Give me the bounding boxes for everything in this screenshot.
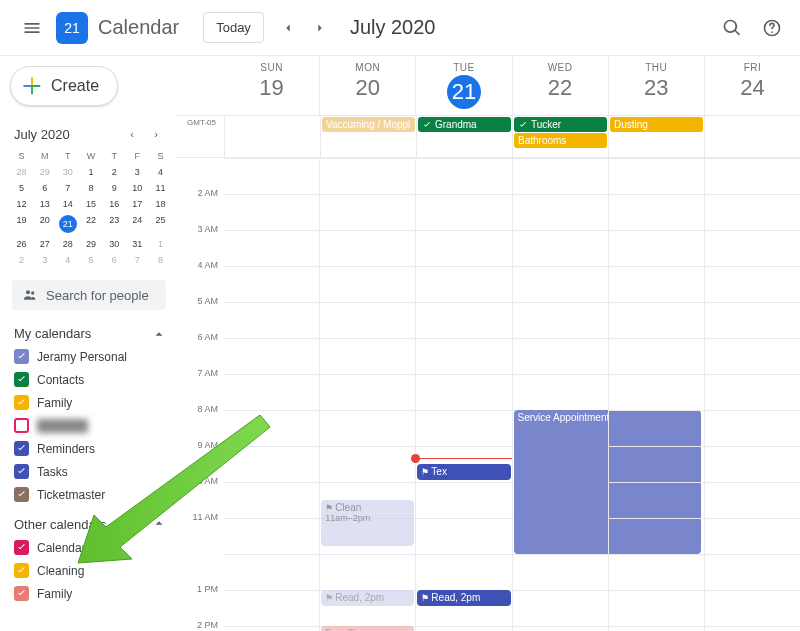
- allday-cell[interactable]: Grandma: [416, 116, 512, 157]
- calendar-toggle[interactable]: Family: [12, 391, 172, 414]
- calendar-toggle[interactable]: xxxx xxxx: [12, 414, 172, 437]
- calendar-toggle[interactable]: Jeramy Personal: [12, 345, 172, 368]
- calendar-event[interactable]: ⚑Read, 2pm: [417, 590, 510, 606]
- hamburger-menu-button[interactable]: [12, 8, 52, 48]
- mini-day[interactable]: 4: [56, 252, 79, 268]
- mini-day[interactable]: 6: [103, 252, 126, 268]
- create-button[interactable]: Create: [10, 66, 118, 106]
- allday-cell[interactable]: Vaccuming / Moppi: [320, 116, 416, 157]
- mini-day[interactable]: 10: [126, 180, 149, 196]
- mini-day[interactable]: 14: [56, 196, 79, 212]
- day-header[interactable]: WED22: [512, 56, 608, 115]
- mini-day[interactable]: 15: [79, 196, 102, 212]
- mini-day[interactable]: 6: [33, 180, 56, 196]
- other-calendars-header[interactable]: Other calendars: [12, 512, 172, 536]
- allday-cell[interactable]: TuckerBathrooms: [512, 116, 608, 157]
- mini-day[interactable]: 8: [79, 180, 102, 196]
- search-button[interactable]: [712, 8, 752, 48]
- mini-day[interactable]: 17: [126, 196, 149, 212]
- mini-day[interactable]: 5: [10, 180, 33, 196]
- mini-day[interactable]: 9: [103, 180, 126, 196]
- mini-day[interactable]: 2: [103, 164, 126, 180]
- checkbox-icon: [14, 540, 29, 555]
- mini-day[interactable]: 24: [126, 212, 149, 236]
- mini-day[interactable]: 29: [33, 164, 56, 180]
- mini-day[interactable]: 19: [10, 212, 33, 236]
- mini-cal-prev-button[interactable]: ‹: [122, 124, 142, 144]
- allday-event[interactable]: Bathrooms: [514, 133, 607, 148]
- calendar-event[interactable]: ⚑Tex: [417, 464, 510, 480]
- calendar-toggle[interactable]: Tasks: [12, 460, 172, 483]
- calendar-event[interactable]: FaceTime: [321, 626, 414, 631]
- calendar-event[interactable]: ⚑Read, 2pm: [321, 590, 414, 606]
- mini-day[interactable]: 22: [79, 212, 102, 236]
- day-header[interactable]: TUE21: [415, 56, 511, 115]
- day-header[interactable]: THU23: [608, 56, 704, 115]
- today-button[interactable]: Today: [203, 12, 264, 43]
- mini-day[interactable]: 31: [126, 236, 149, 252]
- mini-day[interactable]: 8: [149, 252, 172, 268]
- mini-day[interactable]: 26: [10, 236, 33, 252]
- mini-day[interactable]: 28: [56, 236, 79, 252]
- day-column[interactable]: ⚑Clean11am–2pm⚑Read, 2pmFaceTime: [319, 158, 415, 631]
- mini-day[interactable]: 30: [103, 236, 126, 252]
- mini-day[interactable]: 23: [103, 212, 126, 236]
- mini-day[interactable]: 7: [126, 252, 149, 268]
- current-month-label: July 2020: [350, 16, 436, 39]
- mini-day[interactable]: 21: [56, 212, 79, 236]
- mini-day[interactable]: 12: [10, 196, 33, 212]
- day-column[interactable]: [224, 158, 319, 631]
- mini-day[interactable]: 18: [149, 196, 172, 212]
- mini-day[interactable]: 2: [10, 252, 33, 268]
- mini-day[interactable]: 29: [79, 236, 102, 252]
- mini-day[interactable]: 13: [33, 196, 56, 212]
- day-column[interactable]: [704, 158, 800, 631]
- my-calendars-header[interactable]: My calendars: [12, 322, 172, 345]
- calendar-event[interactable]: ⚑Clean11am–2pm: [321, 500, 414, 546]
- allday-cell[interactable]: [224, 116, 320, 157]
- mini-day[interactable]: 3: [126, 164, 149, 180]
- mini-cal-next-button[interactable]: ›: [146, 124, 166, 144]
- allday-event[interactable]: Dusting: [610, 117, 703, 132]
- add-calendar-icon[interactable]: [132, 516, 148, 532]
- day-header[interactable]: SUN19: [224, 56, 319, 115]
- mini-day[interactable]: 25: [149, 212, 172, 236]
- search-icon: [722, 18, 742, 38]
- day-column[interactable]: [608, 158, 704, 631]
- allday-event[interactable]: Tucker: [514, 117, 607, 132]
- mini-day[interactable]: 1: [149, 236, 172, 252]
- mini-day[interactable]: 16: [103, 196, 126, 212]
- day-header[interactable]: MON20: [319, 56, 415, 115]
- mini-day[interactable]: 20: [33, 212, 56, 236]
- hour-label: 2 PM: [176, 620, 224, 631]
- calendar-toggle[interactable]: Calendar: [12, 536, 172, 559]
- calendar-toggle[interactable]: Cleaning: [12, 559, 172, 582]
- day-header[interactable]: FRI24: [704, 56, 800, 115]
- allday-cell[interactable]: [704, 116, 800, 157]
- people-search-input[interactable]: Search for people: [12, 280, 166, 310]
- allday-event[interactable]: Vaccuming / Moppi: [322, 117, 415, 132]
- mini-day[interactable]: 28: [10, 164, 33, 180]
- time-grid-scroll[interactable]: 2 AM3 AM4 AM5 AM6 AM7 AM8 AM9 AM10 AM11 …: [176, 158, 800, 631]
- calendar-toggle[interactable]: Family: [12, 582, 172, 605]
- day-column[interactable]: Service Appointment: [512, 158, 608, 631]
- sidebar: Create July 2020 ‹ › SMTWTFS282930123456…: [0, 56, 176, 631]
- mini-day[interactable]: 30: [56, 164, 79, 180]
- mini-day[interactable]: 3: [33, 252, 56, 268]
- allday-cell[interactable]: Dusting: [608, 116, 704, 157]
- allday-event[interactable]: Grandma: [418, 117, 511, 132]
- day-column[interactable]: ⚑Tex⚑Read, 2pm: [415, 158, 511, 631]
- prev-week-button[interactable]: [272, 12, 304, 44]
- mini-day[interactable]: 7: [56, 180, 79, 196]
- next-week-button[interactable]: [304, 12, 336, 44]
- mini-day[interactable]: 4: [149, 164, 172, 180]
- mini-day[interactable]: 5: [79, 252, 102, 268]
- checkbox-icon: [14, 563, 29, 578]
- mini-day[interactable]: 1: [79, 164, 102, 180]
- calendar-toggle[interactable]: Contacts: [12, 368, 172, 391]
- mini-day[interactable]: 11: [149, 180, 172, 196]
- calendar-toggle[interactable]: Reminders: [12, 437, 172, 460]
- calendar-toggle[interactable]: Ticketmaster: [12, 483, 172, 506]
- help-button[interactable]: [752, 8, 792, 48]
- mini-day[interactable]: 27: [33, 236, 56, 252]
